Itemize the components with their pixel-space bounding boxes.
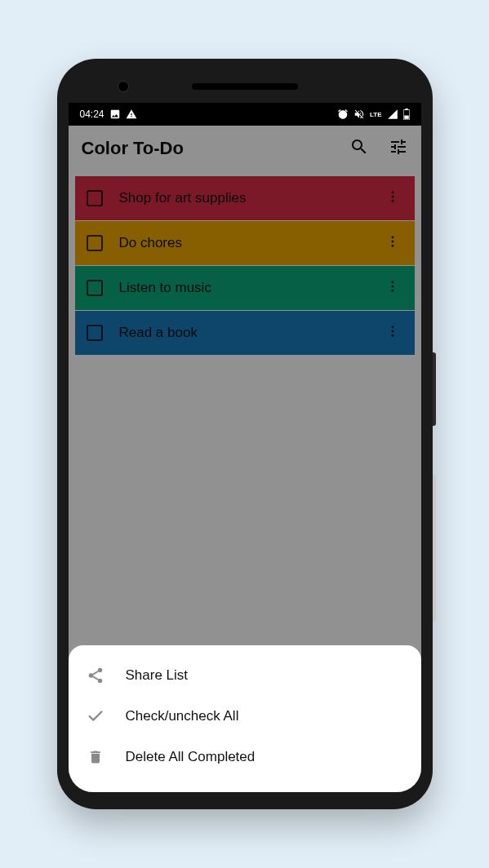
status-right: LTE xyxy=(337,108,410,120)
app-content: Color To-Do Shop for art supplies xyxy=(69,126,421,792)
warning-icon xyxy=(126,108,137,120)
check-uncheck-label: Check/uncheck All xyxy=(126,708,239,724)
svg-line-18 xyxy=(92,671,97,675)
check-icon xyxy=(87,707,104,725)
check-uncheck-all-item[interactable]: Check/uncheck All xyxy=(69,696,421,737)
svg-point-17 xyxy=(97,679,102,684)
lte-indicator: LTE xyxy=(370,111,382,118)
battery-icon xyxy=(403,108,410,120)
phone-screen: 04:24 LTE Color To-Do xyxy=(69,103,421,792)
status-bar: 04:24 LTE xyxy=(69,103,421,126)
share-icon xyxy=(87,666,104,684)
status-left: 04:24 xyxy=(80,108,137,120)
svg-line-19 xyxy=(92,676,97,680)
alarm-icon xyxy=(337,108,349,120)
phone-top xyxy=(69,70,421,103)
svg-rect-2 xyxy=(404,116,408,119)
image-icon xyxy=(109,108,121,120)
share-list-item[interactable]: Share List xyxy=(69,655,421,696)
phone-side-button-2 xyxy=(433,475,436,622)
earpiece-speaker xyxy=(192,83,298,90)
status-time: 04:24 xyxy=(80,108,104,120)
delete-completed-label: Delete All Completed xyxy=(126,749,256,765)
phone-frame: 04:24 LTE Color To-Do xyxy=(57,59,433,809)
svg-rect-1 xyxy=(405,108,407,110)
vibrate-icon xyxy=(353,108,365,120)
svg-point-16 xyxy=(88,673,93,678)
bottom-sheet: Share List Check/uncheck All Delete All … xyxy=(69,645,421,792)
share-list-label: Share List xyxy=(126,667,189,684)
delete-completed-item[interactable]: Delete All Completed xyxy=(69,737,421,777)
phone-side-button xyxy=(433,352,436,426)
trash-icon xyxy=(87,748,104,766)
signal-icon xyxy=(387,108,398,120)
svg-point-15 xyxy=(97,668,102,673)
front-camera xyxy=(118,81,129,92)
